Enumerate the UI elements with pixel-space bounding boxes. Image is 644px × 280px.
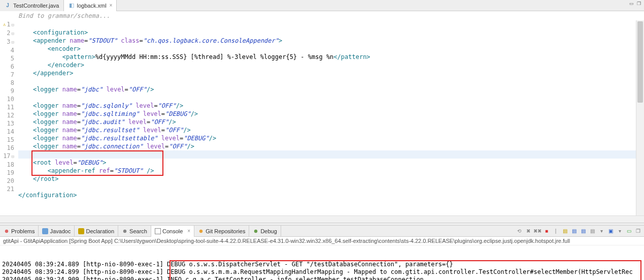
code-line[interactable]: <logger name="jdbc.sqltiming" level="DEB… [18, 110, 198, 117]
console-line: 20240405 08:39:24.899 [http-nio-8090-exe… [2, 268, 642, 276]
editor-tabs: TestController.java logback.xml × ▭ ❐ [0, 0, 644, 11]
tab-label: Declaration [86, 228, 114, 234]
tab-logback[interactable]: logback.xml × [64, 0, 117, 11]
display-icon[interactable]: ▤ [570, 227, 578, 235]
scroll-lock-icon[interactable]: ⟲ [515, 227, 523, 235]
code-line[interactable]: <logger name="jdbc.resultset" level="OFF… [18, 127, 191, 134]
close-icon[interactable]: × [187, 228, 190, 234]
code-line[interactable]: <encoder> [18, 45, 81, 52]
tab-testcontroller[interactable]: TestController.java [0, 0, 64, 11]
search-icon [122, 228, 128, 234]
views-tabs: Problems Javadoc Declaration Search Cons… [0, 226, 644, 237]
code-line[interactable]: <logger name="jdbc" level="OFF"/> [18, 86, 154, 93]
pin-icon[interactable]: ▤ [561, 227, 569, 235]
tab-label: TestController.java [13, 3, 59, 9]
console-line: 20240405 08:39:24.909 [http-nio-8090-exe… [2, 276, 642, 280]
editor: 123456789101112131415161718192021 <confi… [0, 20, 644, 215]
javadoc-icon [42, 228, 48, 234]
code-line[interactable]: </encoder> [18, 61, 84, 69]
tab-label: Debug [260, 228, 277, 234]
console-toolbar: ⟲ ✖ ✖✖ ■ | ▤ ▤ ▤ ▤ ▾ ▣ ▾ ▭ ❐ [515, 227, 642, 235]
tab-label: Search [129, 228, 147, 234]
remove-all-icon[interactable]: ✖✖ [533, 227, 541, 235]
code-line[interactable]: <appender-ref ref="STDOUT" /> [18, 167, 154, 174]
git-icon [198, 228, 204, 234]
code-line[interactable]: </configuration> [18, 192, 77, 199]
dropdown-icon[interactable]: ▾ [597, 227, 605, 235]
tab-label: Javadoc [50, 228, 71, 234]
tab-git[interactable]: Git Repositories [194, 226, 249, 237]
code-line[interactable]: <root level="DEBUG"> [18, 159, 106, 166]
new-console-icon[interactable]: ▣ [606, 227, 615, 235]
scrollbar-thumb[interactable] [637, 21, 643, 103]
sep: | [552, 227, 560, 235]
tab-search[interactable]: Search [118, 226, 151, 237]
editor-minmax: ▭ ❐ [628, 1, 642, 6]
max-icon[interactable]: ❐ [634, 227, 642, 235]
declaration-icon [78, 228, 84, 234]
vertical-scrollbar[interactable] [636, 20, 644, 215]
code-line[interactable]: </root> [18, 175, 58, 182]
code-line[interactable] [18, 150, 636, 159]
clear-icon[interactable]: ✖ [524, 227, 532, 235]
tab-console[interactable]: Console× [151, 226, 194, 237]
console-output[interactable]: 20240405 08:39:24.889 [http-nio-8090-exe… [0, 245, 644, 280]
tab-javadoc[interactable]: Javadoc [39, 226, 75, 237]
console-launch-title: gtitApi - GtitApiApplication [Spring Boo… [0, 237, 644, 245]
code-line[interactable]: <logger name="jdbc.resultsettable" level… [18, 135, 216, 142]
line-gutter: 123456789101112131415161718192021 [0, 20, 17, 215]
console-line: 20240405 08:39:24.889 [http-nio-8090-exe… [2, 261, 642, 268]
code-line[interactable]: <logger name="jdbc.audit" level="OFF"/> [18, 118, 176, 126]
maximize-icon[interactable]: ❐ [636, 1, 642, 6]
code-line[interactable]: </appender> [18, 70, 73, 77]
close-icon[interactable]: × [110, 3, 113, 8]
debug-icon [253, 228, 259, 234]
show-icon[interactable]: ▤ [579, 227, 587, 235]
open-icon[interactable]: ▤ [588, 227, 596, 235]
tab-problems[interactable]: Problems [0, 226, 39, 237]
horizontal-scrollbar[interactable] [0, 215, 644, 223]
console-icon [155, 228, 161, 234]
code-line[interactable]: <logger name="jdbc.sqlonly" level="OFF"/… [18, 102, 183, 109]
java-file-icon [4, 2, 11, 9]
tab-declaration[interactable]: Declaration [75, 226, 118, 237]
tab-label: logback.xml [77, 3, 107, 9]
code-line[interactable]: <appender name="STDOUT" class="ch.qos.lo… [18, 37, 282, 44]
code-line[interactable]: <logger name="jdbc.connection" level="OF… [18, 143, 194, 150]
tab-label: Console [162, 228, 183, 234]
code-area[interactable]: <configuration> <appender name="STDOUT" … [17, 20, 636, 215]
min-icon[interactable]: ▭ [625, 227, 633, 235]
tab-label: Problems [11, 228, 35, 234]
grammar-hint[interactable]: Bind to grammar/schema... [0, 11, 644, 20]
tab-label: Git Repositories [206, 228, 245, 234]
problems-icon [4, 228, 10, 234]
code-line[interactable]: <configuration> [33, 29, 88, 36]
minimize-icon[interactable]: ▭ [628, 1, 635, 6]
xml-file-icon [68, 2, 75, 9]
tab-debug[interactable]: Debug [249, 226, 281, 237]
dropdown-icon[interactable]: ▾ [616, 227, 624, 235]
code-line[interactable]: <pattern>%d{yyyyMMdd HH:mm:ss.SSS} [%thr… [18, 53, 370, 60]
terminate-icon[interactable]: ■ [543, 227, 551, 235]
